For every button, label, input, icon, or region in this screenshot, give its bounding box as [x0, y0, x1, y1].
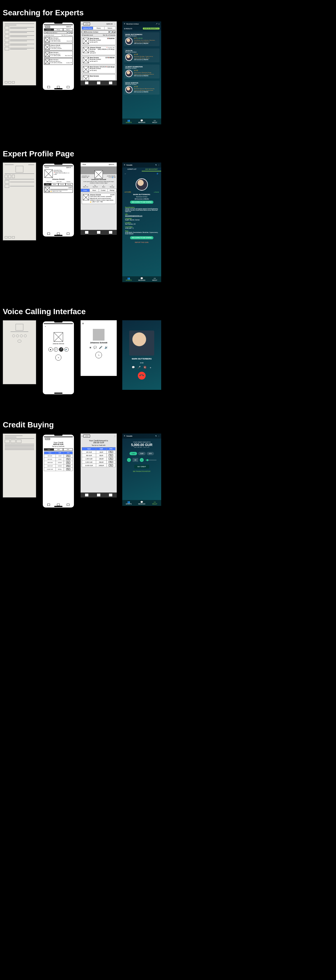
expert-card[interactable]: Name Surname $200(2.50€)/Min Blockchain … — [82, 56, 116, 64]
buy-credit-button[interactable]: BUY CREDIT — [134, 465, 149, 469]
chat-icon[interactable]: 💬 — [132, 366, 135, 369]
search-icon[interactable]: 🔍 — [155, 164, 157, 166]
menu-icon[interactable]: ≡ — [82, 435, 82, 437]
tab-history[interactable]: History — [54, 29, 63, 31]
search-icon[interactable]: 🔍 — [155, 435, 157, 437]
tab-contact[interactable]: Contact — [59, 183, 66, 186]
col-eth[interactable]: ETH — [106, 447, 115, 450]
tab-about[interactable]: About — [51, 183, 59, 186]
transaction-history-link[interactable]: SEE TRANSACTION HISTORY — [122, 470, 161, 473]
hangup-button[interactable]: 📞 — [136, 370, 147, 381]
nav-experts[interactable]: 👥EXPERTS — [122, 276, 135, 282]
expert-card[interactable]: Name Surname Blockchain Architect ★ 477 … — [44, 51, 73, 57]
add-contact-icon[interactable]: 👤⁺ — [157, 173, 159, 175]
tab-history[interactable]: History — [93, 27, 104, 30]
mic-icon[interactable]: 🎤 — [155, 23, 157, 25]
report-link[interactable]: REPORT THIS GURU — [122, 240, 161, 244]
nav-list-icon[interactable] — [97, 81, 100, 84]
expert-card[interactable]: Name Surname $200(2€)/Min (1.3k ratings)… — [82, 65, 116, 73]
kebab-icon[interactable]: ⋮ — [71, 26, 73, 27]
sort-dropdown[interactable]: SORT BY RELEVANCY ▾ — [143, 27, 160, 30]
tab-posts[interactable]: Posts — [44, 183, 51, 186]
menu-icon[interactable]: ≡ — [82, 23, 82, 25]
nav-chat-icon[interactable] — [47, 504, 50, 506]
speaker-icon[interactable]: 🔇 — [143, 366, 146, 369]
search-icon[interactable]: 🔍 — [109, 30, 112, 33]
nav-list-icon[interactable] — [97, 494, 100, 496]
chat-icon[interactable]: 💬 — [94, 346, 97, 349]
mute-icon[interactable]: 🎤 — [99, 346, 102, 349]
nav-card-icon[interactable] — [109, 81, 112, 84]
nav-card-icon[interactable] — [67, 232, 70, 235]
speaker-icon[interactable]: 🔊 — [64, 347, 69, 352]
nav-wallet[interactable]: ▭WALLET — [148, 119, 161, 124]
col-gur[interactable]: GUR — [55, 452, 63, 454]
col-card[interactable]: Card — [82, 447, 96, 450]
nav-card-icon[interactable] — [67, 504, 70, 506]
expert-card[interactable]: Johannes Schmidt $180(1.80€)/Min (1.2k r… — [82, 46, 116, 55]
search-input[interactable]: Blockchain Architect — [85, 30, 109, 33]
grid-icon[interactable]: ▦ — [113, 30, 116, 33]
nav-wallet[interactable]: ▭WALLET — [148, 276, 161, 282]
tab-contacts[interactable]: Contacts — [44, 29, 54, 31]
search-input[interactable]: Blockchain Architect — [47, 32, 67, 34]
buy-button[interactable]: Buy — [109, 451, 113, 453]
col-eth[interactable]: ETH — [64, 452, 73, 454]
increment-button[interactable]: + — [140, 458, 144, 462]
nav-list-icon[interactable] — [57, 504, 60, 506]
col-gur[interactable]: GUR — [96, 447, 106, 450]
video-icon[interactable]: ■ — [89, 346, 91, 349]
sort-label[interactable]: Sort: No. of Customers — [62, 35, 73, 36]
nav-list-icon[interactable] — [97, 231, 100, 234]
nav-chat-icon[interactable] — [47, 232, 50, 235]
chat-icon[interactable]: 💬 — [54, 347, 58, 352]
menu-icon[interactable]: ≡ — [124, 164, 125, 166]
nav-chat-icon[interactable] — [85, 81, 89, 84]
tab-ratings[interactable]: Ratings — [108, 189, 116, 192]
nav-messages[interactable]: 💬MESSAGES — [135, 500, 148, 506]
nav-list-icon[interactable] — [57, 86, 60, 88]
menu-icon[interactable]: ≡ — [44, 26, 45, 27]
voice-call-button[interactable]: 📞Voice Call — [92, 185, 98, 188]
filter-icon[interactable]: ▼ — [44, 32, 46, 33]
expert-card[interactable]: MARK BUTTERBERG Blockchain Architect ★ 4… — [124, 32, 160, 46]
nav-wallet[interactable]: ▭WALLET — [148, 500, 161, 506]
message-button[interactable]: ✉Message — [110, 185, 114, 188]
menu-icon[interactable]: ≡ — [82, 322, 84, 325]
buy-button[interactable]: Buy — [109, 454, 113, 457]
grid-icon[interactable]: ▦ — [71, 32, 73, 33]
expert-card[interactable]: Name Surname Blockchain Architect ★ 691 … — [44, 58, 73, 65]
kebab-icon[interactable]: ⋮ — [158, 435, 160, 437]
kebab-icon[interactable]: ⋮ — [71, 167, 73, 168]
tab-card[interactable]: Card — [44, 448, 54, 451]
tab-ratings[interactable]: Ratings — [66, 183, 73, 186]
kebab-icon[interactable]: ⋮ — [158, 164, 160, 166]
nav-card-icon[interactable] — [109, 231, 112, 234]
nav-messages[interactable]: 💬MESSAGES — [135, 119, 148, 124]
nav-messages[interactable]: 💬MESSAGES — [135, 276, 148, 282]
menu-icon[interactable]: ≡ — [124, 23, 125, 25]
tab-posts[interactable]: Posts — [81, 189, 90, 192]
hangup-button[interactable]: ↘ — [55, 355, 62, 361]
menu-icon[interactable]: ≡ — [44, 438, 45, 440]
tab-card[interactable]: Card — [130, 452, 137, 455]
contact-button[interactable]: Contact — [67, 181, 70, 182]
decrement-button[interactable]: − — [127, 458, 131, 462]
tab-addressbook[interactable]: Address Book — [82, 27, 93, 30]
expert-card[interactable]: ALBERT RAMMSTEIN Blockchain Architect ★ … — [124, 65, 160, 78]
tab-eth[interactable]: ETH — [63, 448, 73, 451]
expert-card[interactable]: Name Surname $200(2€)/Min Blockchain Arc… — [82, 37, 116, 45]
video-call-button[interactable]: ■Video Call — [83, 185, 88, 188]
tab-add-expert[interactable]: ADD NEW EXPERT — [142, 167, 161, 172]
menu-icon[interactable]: ≡ — [124, 435, 125, 437]
tab-options[interactable]: Options — [63, 29, 73, 31]
tab-eth[interactable]: ETH — [147, 452, 154, 455]
kebab-icon[interactable]: ⋮ — [71, 438, 73, 440]
nav-card-icon[interactable] — [67, 86, 70, 88]
quantity-value[interactable]: 10 — [133, 458, 138, 462]
buy-button[interactable]: Buy — [66, 465, 71, 467]
add-icon[interactable]: ＋ — [149, 366, 152, 369]
add-contact-button[interactable]: ADD CONTACT TO GET STARTED — [130, 200, 154, 204]
col-card[interactable]: Card — [44, 452, 56, 454]
speaker-icon[interactable]: 🔊 — [105, 346, 108, 349]
